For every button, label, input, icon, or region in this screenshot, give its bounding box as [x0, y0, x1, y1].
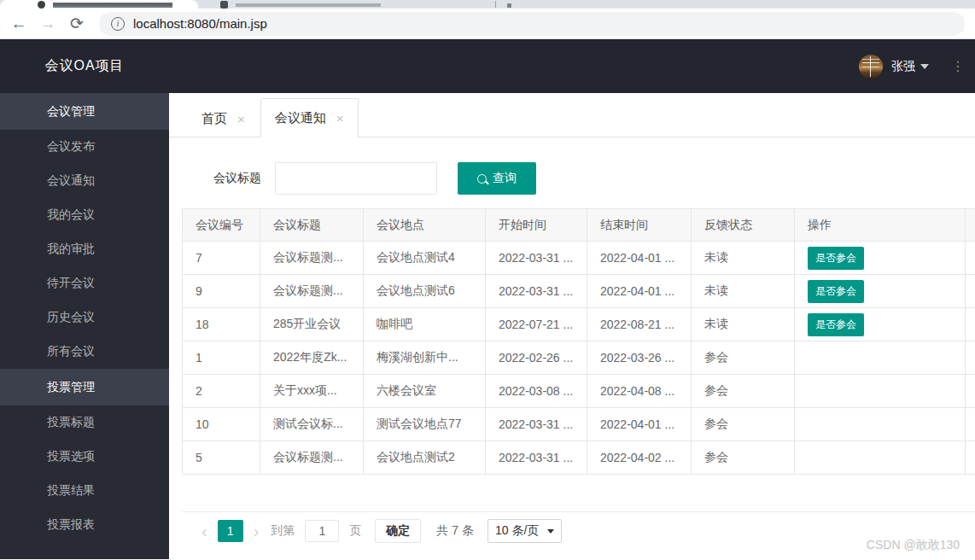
cell-id: 9 [183, 275, 260, 308]
cell-start: 2022-02-26 ... [486, 341, 587, 375]
confirm-button[interactable]: 确定 [375, 519, 421, 543]
total-count-label: 共 7 条 [436, 523, 474, 539]
close-icon[interactable]: × [336, 111, 344, 125]
prev-page-icon[interactable]: ‹ [195, 522, 214, 541]
page-size-select[interactable]: 10 条/页 [488, 519, 562, 543]
sidebar-item-vote-results[interactable]: 投票结果 [0, 474, 169, 508]
sidebar-item-meeting-publish[interactable]: 会议发布 [0, 130, 169, 164]
goto-suffix-label: 页 [349, 523, 361, 539]
cell-filler [966, 275, 975, 308]
tab-home[interactable]: 首页 × [186, 102, 260, 137]
sidebar-item-history-meetings[interactable]: 历史会议 [0, 300, 169, 335]
cell-id: 18 [183, 308, 260, 341]
attend-button[interactable]: 是否参会 [808, 247, 864, 270]
browser-tab-secondary[interactable] [210, 0, 495, 9]
cell-action [795, 341, 966, 375]
browser-toolbar: ← → ⟳ i localhost:8080/main.jsp [0, 9, 975, 39]
sidebar-menu: 会议管理 会议发布 会议通知 我的会议 我的审批 待开会议 历史会议 所有会议 … [0, 93, 169, 559]
browser-tab-current[interactable] [0, 0, 198, 9]
cell-place: 测试会议地点77 [364, 408, 486, 441]
col-meeting-title: 会议标题 [260, 209, 364, 242]
goto-page-input[interactable] [305, 520, 339, 542]
table-row: 18 285开业会议 咖啡吧 2022-07-21 ... 2022-08-21… [183, 308, 975, 341]
sidebar-section-vote[interactable]: 投票管理 [0, 369, 169, 405]
cell-action: 是否参会 [795, 308, 966, 341]
cell-end: 2022-04-01 ... [587, 242, 692, 275]
search-icon [477, 174, 487, 184]
meeting-title-input[interactable] [275, 162, 437, 195]
url-text[interactable]: localhost:8080/main.jsp [133, 16, 267, 31]
current-page-button[interactable]: 1 [218, 520, 243, 542]
cell-action [795, 408, 966, 441]
address-bar[interactable]: i localhost:8080/main.jsp [99, 12, 965, 36]
cell-id: 2 [183, 375, 260, 408]
sidebar-item-upcoming-meetings[interactable]: 待开会议 [0, 266, 169, 300]
query-button[interactable]: 查询 [458, 162, 536, 195]
cell-start: 2022-03-31 ... [486, 441, 587, 475]
cell-status: 未读 [692, 275, 795, 308]
page-info-icon[interactable]: i [111, 17, 125, 31]
attend-button[interactable]: 是否参会 [808, 280, 864, 303]
cell-id: 10 [183, 408, 260, 441]
next-page-icon[interactable]: › [247, 522, 266, 541]
meeting-table: 会议编号 会议标题 会议地点 开始时间 结束时间 反馈状态 操作 [182, 208, 975, 512]
cell-filler [966, 242, 975, 275]
sidebar: 会议OA项目 会议管理 会议发布 会议通知 我的会议 我的审批 待开会议 历史会… [0, 39, 169, 559]
main-area: 张强 ⋮ 首页 × 会议通知 × 会议标题 [169, 39, 975, 559]
cell-place: 会议地点测试4 [364, 242, 486, 275]
app-page: 会议OA项目 会议管理 会议发布 会议通知 我的会议 我的审批 待开会议 历史会… [0, 39, 975, 559]
cell-status: 参会 [692, 375, 795, 408]
username[interactable]: 张强 [891, 59, 915, 74]
page-size-value: 10 条/页 [495, 523, 539, 539]
browser-tab-title-clipped [236, 3, 381, 7]
sidebar-item-all-meetings[interactable]: 所有会议 [0, 335, 169, 369]
cell-start: 2022-03-31 ... [486, 408, 587, 441]
sidebar-item-meeting-notice[interactable]: 会议通知 [0, 164, 169, 198]
cell-status: 参会 [692, 341, 795, 375]
tab-content: 会议标题 查询 [169, 137, 975, 559]
sidebar-item-vote-title[interactable]: 投票标题 [0, 405, 169, 440]
sidebar-section-meeting[interactable]: 会议管理 [0, 93, 169, 130]
chevron-down-icon[interactable] [920, 64, 929, 69]
cell-end: 2022-03-26 ... [587, 341, 692, 375]
attend-button[interactable]: 是否参会 [808, 313, 864, 336]
col-actions: 操作 [795, 209, 966, 242]
tab-meeting-notice[interactable]: 会议通知 × [260, 98, 359, 137]
cell-title: 测试会议标... [260, 408, 364, 441]
close-icon[interactable]: × [237, 112, 245, 126]
col-end-time: 结束时间 [587, 209, 692, 242]
screen: ← → ⟳ i localhost:8080/main.jsp 会议OA项目 会… [0, 0, 975, 560]
sidebar-item-my-approvals[interactable]: 我的审批 [0, 232, 169, 266]
cell-action: 是否参会 [795, 275, 966, 308]
sidebar-item-vote-options[interactable]: 投票选项 [0, 440, 169, 474]
cell-action [795, 441, 966, 475]
search-label: 会议标题 [213, 171, 265, 186]
favicon-icon [220, 1, 228, 9]
forward-icon[interactable]: → [36, 12, 60, 36]
browser-tab-title-clipped [53, 3, 172, 8]
cell-filler [966, 375, 975, 408]
sidebar-item-my-meetings[interactable]: 我的会议 [0, 198, 169, 232]
cell-place: 会议地点测试2 [364, 441, 486, 475]
cell-status: 未读 [692, 242, 795, 275]
search-form: 会议标题 查询 [182, 162, 975, 195]
cell-place: 会议地点测试6 [364, 275, 486, 308]
cell-id: 1 [183, 341, 260, 375]
cell-start: 2022-03-31 ... [486, 275, 587, 308]
browser-tab-strip [0, 0, 975, 9]
cell-end: 2022-04-08 ... [587, 375, 692, 408]
cell-end: 2022-08-21 ... [587, 308, 692, 341]
cell-id: 7 [183, 242, 260, 275]
chevron-down-icon [547, 529, 554, 534]
back-icon[interactable]: ← [7, 12, 31, 36]
avatar[interactable] [859, 55, 883, 79]
cell-filler [966, 441, 975, 475]
cell-title: 2022年度Zk... [260, 341, 364, 375]
table-row: 1 2022年度Zk... 梅溪湖创新中... 2022-02-26 ... 2… [183, 341, 975, 375]
kebab-menu-icon[interactable]: ⋮ [951, 64, 963, 69]
cell-place: 咖啡吧 [364, 308, 486, 341]
reload-icon[interactable]: ⟳ [65, 12, 89, 36]
col-start-time: 开始时间 [486, 209, 587, 242]
sidebar-item-vote-report[interactable]: 投票报表 [0, 508, 169, 542]
new-tab-button[interactable] [507, 3, 511, 8]
